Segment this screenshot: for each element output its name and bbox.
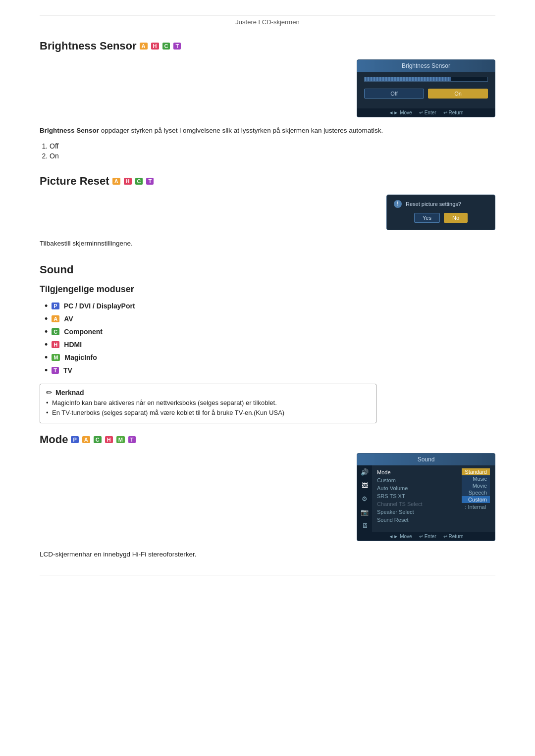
mode-description-area: LCD-skjermenhar en innebygd Hi-Fi stereo… xyxy=(40,549,495,560)
reset-yes-button[interactable]: Yes xyxy=(414,213,440,223)
menu-srs-label: SRS TS XT xyxy=(377,493,405,499)
picture-reset-description-area: Tilbakestill skjerminnstillingene. xyxy=(40,238,495,249)
menu-item-soundreset: Sound Reset xyxy=(377,516,459,524)
picture-reset-description: Tilbakestill skjerminnstillingene. xyxy=(40,238,495,249)
note-pencil-icon: ✏ xyxy=(46,388,53,397)
footer-enter-label: Enter xyxy=(425,110,436,115)
sound-footer-return: ↩ Return xyxy=(443,534,464,539)
sound-ui-icons: 🔊 🖼 ⚙ 📷 🖥 xyxy=(357,465,372,532)
mode-item-magicinfo: • M MagicInfo xyxy=(45,353,495,362)
mode-badge-t: T xyxy=(52,367,59,374)
sound-section: Sound Tilgjengelige moduser • P PC / DVI… xyxy=(40,263,495,423)
sound-footer-enter: ↵ Enter xyxy=(419,534,436,539)
brightness-description-area: Brightness Sensor oppdager styrken på ly… xyxy=(40,125,495,160)
brightness-progress-fill xyxy=(365,77,451,81)
bullet-component: • xyxy=(45,327,48,336)
mode-badge-c: C xyxy=(52,328,59,335)
brightness-ui-panel: Brightness Sensor Off On ◄► Move xyxy=(357,59,495,117)
sound-enter-icon: ↵ xyxy=(419,534,423,539)
option-speech[interactable]: Speech xyxy=(462,489,490,496)
brightness-panel-title: Brightness Sensor xyxy=(357,60,495,72)
sound-return-icon: ↩ xyxy=(443,534,447,539)
sound-section-title: Sound xyxy=(40,263,495,276)
option-custom[interactable]: Custom xyxy=(462,496,490,503)
return-icon: ↩ xyxy=(443,110,447,115)
mode-layout: Sound 🔊 🖼 ⚙ 📷 🖥 Mode xyxy=(40,453,495,541)
brightness-layout: Brightness Sensor Off On ◄► Move xyxy=(40,59,495,117)
mode-label-pc: PC / DVI / DisplayPort xyxy=(64,302,135,310)
move-icon: ◄► xyxy=(388,110,398,115)
badge-t: T xyxy=(173,43,181,50)
sound-footer-move-label: Move xyxy=(400,534,412,539)
mode-label-hdmi: HDMI xyxy=(64,341,82,349)
mode-badge-m2: M xyxy=(116,436,125,443)
option-music[interactable]: Music xyxy=(462,475,490,482)
mode-item-component: • C Component xyxy=(45,327,495,336)
note-item-2: En TV-tunerboks (selges separat) må være… xyxy=(46,409,370,416)
mode-badge-c2: C xyxy=(94,436,102,443)
mode-label: Mode xyxy=(40,433,68,446)
sound-options: Standard Music Movie Speech Custom : Int… xyxy=(462,468,490,524)
bullet-hdmi: • xyxy=(45,340,48,349)
page-header: Justere LCD-skjermen xyxy=(40,18,495,26)
menu-speaker-label: Speaker Select xyxy=(377,509,414,515)
footer-move: ◄► Move xyxy=(388,110,412,115)
picture-reset-label: Picture Reset xyxy=(40,175,109,188)
brightness-off-button[interactable]: Off xyxy=(364,89,424,99)
reset-panel-header: ! Reset picture settings? xyxy=(394,200,488,208)
bullet-tv: • xyxy=(45,366,48,375)
mode-section: Mode P A C H M T Sound 🔊 🖼 ⚙ 📷 xyxy=(40,433,495,560)
mode-badge-h: H xyxy=(52,341,59,348)
picture-reset-section: Picture Reset A H C T ! Reset picture se… xyxy=(40,175,495,249)
option-standard[interactable]: Standard xyxy=(462,468,490,475)
reset-question: Reset picture settings? xyxy=(406,201,461,207)
mode-label-tv: TV xyxy=(63,366,72,374)
sound-menu-labels: Mode Custom Auto Volume SRS TS XT Channe… xyxy=(377,468,459,524)
sound-icon-4: 📷 xyxy=(361,508,369,516)
brightness-list-item-2: On xyxy=(50,152,495,160)
menu-mode-label: Mode xyxy=(377,469,391,475)
brightness-panel-footer: ◄► Move ↵ Enter ↩ Return xyxy=(357,108,495,117)
picture-reset-title: Picture Reset A H C T xyxy=(40,175,495,188)
pr-badge-h: H xyxy=(124,178,132,185)
mode-badge-m: M xyxy=(52,354,60,361)
reset-circle-icon: ! xyxy=(394,200,402,208)
brightness-sensor-label: Brightness Sensor xyxy=(40,40,137,52)
brightness-panel-body: Off On xyxy=(357,72,495,108)
option-movie[interactable]: Movie xyxy=(462,482,490,489)
badge-h: H xyxy=(151,43,159,50)
footer-move-label: Move xyxy=(400,110,412,115)
menu-custom-label: Custom xyxy=(377,477,396,483)
reset-buttons: Yes No xyxy=(394,213,488,223)
sound-footer-move: ◄► Move xyxy=(388,534,412,539)
pr-badge-a: A xyxy=(112,178,120,185)
mode-badge-a: A xyxy=(52,315,59,322)
menu-channelts-label: Channel TS Select xyxy=(377,501,423,507)
bullet-av: • xyxy=(45,314,48,323)
badge-a: A xyxy=(140,43,148,50)
enter-icon: ↵ xyxy=(419,110,423,115)
menu-item-srs: SRS TS XT xyxy=(377,492,459,500)
menu-soundreset-label: Sound Reset xyxy=(377,517,409,523)
sound-footer-enter-label: Enter xyxy=(425,534,436,539)
brightness-on-button[interactable]: On xyxy=(428,89,488,99)
sound-icon-5: 🖥 xyxy=(362,522,368,529)
mode-badge-h2: H xyxy=(105,436,113,443)
badge-c: C xyxy=(162,43,170,50)
sound-footer-return-label: Return xyxy=(449,534,464,539)
sound-ui-menu: Mode Custom Auto Volume SRS TS XT Channe… xyxy=(372,465,495,532)
mode-label-magicinfo: MagicInfo xyxy=(64,353,97,361)
mode-badge-p: P xyxy=(52,302,59,309)
mode-badge-a2: A xyxy=(82,436,90,443)
menu-item-custom: Custom xyxy=(377,476,459,484)
sound-menu-row-1: Mode Custom Auto Volume SRS TS XT Channe… xyxy=(377,468,490,524)
mode-description: LCD-skjermenhar en innebygd Hi-Fi stereo… xyxy=(40,549,495,560)
reset-no-button[interactable]: No xyxy=(444,213,468,223)
brightness-desc-text: oppdager styrken på lyset i omgivelsene … xyxy=(101,127,383,134)
sound-icon-3: ⚙ xyxy=(362,495,368,503)
sound-ui-title: Sound xyxy=(357,454,495,465)
note-label: Merknad xyxy=(55,389,84,397)
menu-item-speaker: Speaker Select xyxy=(377,508,459,516)
note-item-1: MagicInfo kan bare aktiveres når en nett… xyxy=(46,399,370,406)
sound-icon-2: 🖼 xyxy=(362,482,368,489)
